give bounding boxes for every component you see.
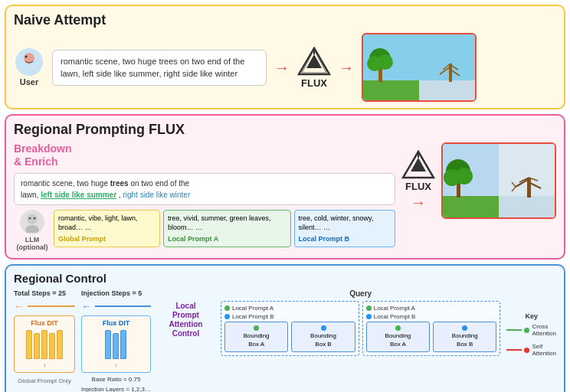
query-label: Query — [221, 289, 500, 298]
total-steps-col: Total Steps = 25 ← Flux DIT ↑ — [14, 289, 75, 384]
prompts-row: LLM (optional) romantic, vibe, light, la… — [14, 210, 395, 253]
bbox-b2: BoundingBox B — [433, 322, 496, 352]
svg-rect-31 — [499, 196, 555, 217]
svg-point-14 — [378, 54, 393, 70]
naive-prompt-text: romantic scene, two huge trees on two en… — [61, 57, 244, 79]
total-arrow-row: ← — [14, 300, 75, 312]
naive-attempt-section: Naive Attempt User romantic scene, two h… — [5, 5, 565, 109]
attn-row-lpa-1: Local Prompt A — [224, 305, 355, 312]
attention-panel-2: Local Prompt A Local Prompt B BoundingBo… — [362, 301, 501, 356]
regional-flux-svg — [401, 150, 435, 179]
key-self-attn: SelfAttention — [506, 343, 556, 357]
base-ratio-label: Base Ratio = 0.75 — [81, 376, 151, 383]
naive-prompt-box: romantic scene, two huge trees on two en… — [52, 50, 267, 86]
dot-bbox-b2 — [462, 325, 467, 331]
dit-bars-2 — [105, 328, 126, 359]
dot-bbox-b1 — [321, 325, 326, 331]
key-col: Key CrossAttention SelfAttention — [506, 289, 556, 357]
regional-prompt-box: romantic scene, two huge trees on two en… — [14, 173, 395, 205]
svg-point-1 — [21, 65, 37, 74]
flux-dit-label-1: Flux DIT — [31, 319, 58, 327]
injection-arrow-row: ← — [81, 300, 151, 312]
local-b-text: tree, cold, winter, snowy, silent… … — [299, 214, 391, 233]
flux-dit-box-2: Flux DIT ↑ — [81, 315, 151, 373]
flux-dit-label-2: Flux DIT — [103, 319, 130, 327]
dot-green-2 — [366, 305, 372, 311]
dot-green-1 — [224, 305, 230, 311]
injection-steps-label: Injection Steps = 5 — [81, 289, 151, 297]
breakdown-title: Breakdown & Enrich — [14, 142, 395, 168]
local-a-label: Local Prompt A — [168, 234, 287, 244]
dit-bar-1 — [26, 330, 32, 359]
dit-bar-blue-1 — [105, 330, 111, 359]
local-a-text: tree, vivid, summer, green leaves, bloom… — [168, 214, 287, 233]
up-arrow-dit2: ↑ — [114, 362, 117, 369]
naive-arrow-2: → — [339, 59, 354, 77]
self-attn-text: SelfAttention — [532, 343, 556, 357]
bbox-a1-text: BoundingBox A — [244, 332, 270, 347]
naive-arrow-1: → — [274, 59, 290, 77]
naive-result-image — [362, 33, 477, 102]
svg-point-0 — [24, 53, 34, 64]
user-icon-group: User — [14, 48, 44, 87]
regional-result-svg — [443, 144, 555, 217]
attn-lpb-text-1: Local Prompt B — [232, 313, 274, 320]
bbox-a2: BoundingBox A — [366, 322, 430, 352]
attn-lpb-text-2: Local Prompt B — [374, 313, 416, 320]
dit-bar-blue-3 — [120, 330, 126, 359]
injection-arrow-line — [95, 305, 151, 307]
regional-content: Breakdown & Enrich romantic scene, two h… — [14, 142, 556, 252]
control-content: Total Steps = 25 ← Flux DIT ↑ — [14, 289, 556, 392]
local-prompt-attn-col: Local Prompt Attention Control — [157, 289, 215, 338]
llm-svg — [21, 211, 43, 233]
total-arrow-line — [28, 305, 75, 307]
svg-rect-9 — [363, 80, 419, 100]
dot-blue-1 — [224, 314, 230, 319]
user-svg — [18, 51, 41, 74]
naive-flux-label: FLUX — [301, 77, 327, 89]
regional-section: Regional Prompting FLUX Breakdown & Enri… — [5, 114, 565, 260]
naive-flux-svg — [297, 47, 331, 76]
svg-point-22 — [29, 217, 31, 219]
main-container: Naive Attempt User romantic scene, two h… — [0, 0, 570, 392]
svg-point-21 — [25, 225, 39, 233]
up-arrow-dit1: ↑ — [43, 362, 46, 369]
llm-col: LLM (optional) — [14, 210, 51, 253]
dit-bar-2 — [34, 333, 40, 359]
regional-flux-label: FLUX — [405, 181, 431, 192]
svg-rect-30 — [443, 196, 499, 217]
bbox-b1-text: BoundingBox B — [310, 332, 336, 347]
svg-point-35 — [456, 168, 473, 185]
attention-panel-1: Local Prompt A Local Prompt B BoundingBo… — [221, 301, 359, 356]
dot-bbox-a1 — [254, 325, 259, 331]
dot-bbox-a2 — [395, 325, 401, 331]
dit-bar-blue-2 — [113, 333, 119, 359]
dot-key-self — [524, 348, 529, 353]
attn-row-lpb-2: Local Prompt B — [366, 313, 497, 320]
dot-key-cross — [524, 328, 529, 333]
attention-grid: Local Prompt A Local Prompt B BoundingBo… — [221, 301, 500, 356]
key-line-cross — [506, 329, 522, 331]
svg-point-20 — [27, 214, 38, 224]
attn-row-lpa-2: Local Prompt A — [366, 305, 497, 312]
bbox-b1: BoundingBox B — [291, 322, 355, 352]
llm-icon — [20, 210, 44, 234]
injection-col: Injection Steps = 5 ← Flux DIT ↑ Base Ra… — [81, 289, 151, 392]
naive-title: Naive Attempt — [14, 12, 556, 28]
bbox-a2-text: BoundingBox A — [385, 332, 411, 347]
attn-lpa-text-2: Local Prompt A — [374, 305, 415, 312]
global-prompt-label: Global Prompt — [58, 234, 156, 244]
total-steps-label: Total Steps = 25 — [14, 289, 75, 297]
bbox-row-2: BoundingBox A BoundingBox B — [366, 322, 497, 352]
flux-dit-box-1: Flux DIT ↑ — [14, 315, 75, 373]
naive-result-svg — [363, 34, 475, 100]
dit-bar-4 — [49, 333, 55, 359]
local-b-label: Local Prompt B — [299, 234, 391, 244]
injection-arrow-left: ← — [81, 300, 92, 312]
svg-point-23 — [34, 217, 36, 219]
regional-title: Regional Prompting FLUX — [14, 122, 556, 138]
attn-lpa-text-1: Local Prompt A — [232, 305, 274, 312]
control-title: Regional Control — [14, 272, 556, 285]
user-avatar — [15, 48, 43, 76]
total-arrow-left: ← — [14, 300, 25, 312]
